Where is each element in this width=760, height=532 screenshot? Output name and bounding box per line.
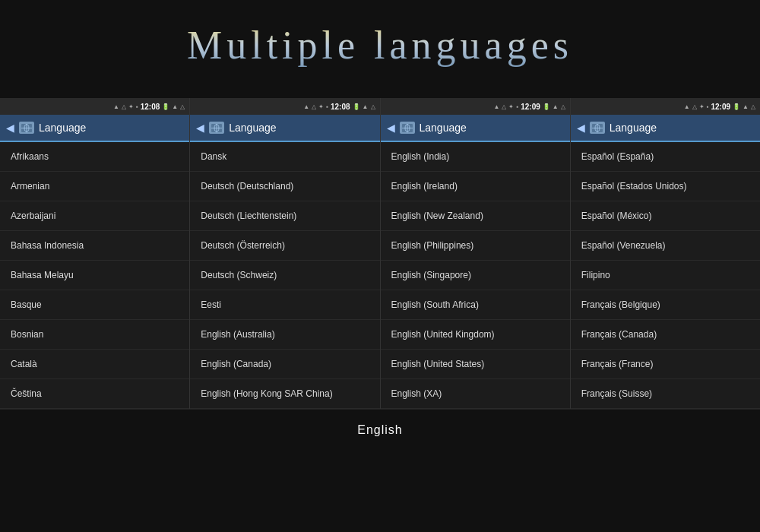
wifi-icon: ✦ bbox=[699, 103, 705, 110]
signal2-icon: ▲ bbox=[172, 103, 178, 110]
back-arrow-icon[interactable]: ◀ bbox=[6, 122, 14, 134]
app-header: ◀ Language bbox=[381, 115, 570, 142]
language-list: Español (España)Español (Estados Unidos)… bbox=[571, 142, 760, 409]
signal-icon: △ bbox=[502, 103, 506, 110]
battery-status-icon: 🔋 bbox=[543, 103, 550, 110]
list-item[interactable]: Čeština bbox=[0, 379, 189, 409]
list-item[interactable]: English (Philippines) bbox=[381, 231, 570, 261]
battery-status-icon: 🔋 bbox=[162, 103, 169, 110]
header-title: Language bbox=[610, 122, 657, 134]
language-list: DanskDeutsch (Deutschland)Deutsch (Liech… bbox=[190, 142, 379, 409]
screens-container: ▲ △ ✦ ▪ 12:08 🔋 ▲ △ ◀ Language Afrikaans… bbox=[0, 98, 760, 409]
globe-svg bbox=[592, 124, 603, 132]
app-header: ◀ Language bbox=[571, 115, 760, 142]
phone-screen-3: ▲ △ ✦ ▪ 12:09 🔋 ▲ △ ◀ Language English (… bbox=[381, 98, 571, 409]
list-item[interactable]: Deutsch (Österreich) bbox=[190, 231, 379, 261]
phone-screen-4: ▲ △ ✦ ▪ 12:09 🔋 ▲ △ ◀ Language Español (… bbox=[571, 98, 760, 409]
list-item[interactable]: Azerbaijani bbox=[0, 201, 189, 231]
language-list: AfrikaansArmenianAzerbaijaniBahasa Indon… bbox=[0, 142, 189, 409]
wifi2-icon: △ bbox=[180, 103, 185, 110]
app-header: ◀ Language bbox=[190, 115, 379, 142]
wifi-icon: ✦ bbox=[508, 103, 514, 110]
language-icon bbox=[400, 122, 415, 134]
wifi-icon: ✦ bbox=[318, 103, 324, 110]
back-arrow-icon[interactable]: ◀ bbox=[387, 122, 395, 134]
language-icon bbox=[209, 122, 224, 134]
notification-icon: ▪ bbox=[136, 103, 138, 110]
notification-icon: ▪ bbox=[707, 103, 709, 110]
battery-icon: ▲ bbox=[113, 103, 119, 110]
list-item[interactable]: English (Canada) bbox=[190, 350, 379, 379]
globe-svg bbox=[211, 124, 222, 132]
language-icon bbox=[19, 122, 34, 134]
title-area: Multiple languages bbox=[0, 0, 760, 98]
list-item[interactable]: Français (Suisse) bbox=[571, 379, 760, 409]
list-item[interactable]: English (Ireland) bbox=[381, 172, 570, 201]
signal2-icon: ▲ bbox=[743, 103, 749, 110]
signal-icon: △ bbox=[122, 103, 126, 110]
list-item[interactable]: Basque bbox=[0, 290, 189, 320]
back-arrow-icon[interactable]: ◀ bbox=[196, 122, 204, 134]
status-time: 12:08 bbox=[331, 103, 350, 111]
signal-icon: △ bbox=[692, 103, 697, 110]
list-item[interactable]: Armenian bbox=[0, 172, 189, 201]
list-item[interactable]: English (India) bbox=[381, 142, 570, 172]
status-time: 12:09 bbox=[521, 103, 540, 111]
wifi2-icon: △ bbox=[561, 103, 565, 110]
list-item[interactable]: English (United States) bbox=[381, 350, 570, 379]
list-item[interactable]: Deutsch (Deutschland) bbox=[190, 172, 379, 201]
battery-icon: ▲ bbox=[493, 103, 499, 110]
list-item[interactable]: English (XA) bbox=[381, 379, 570, 409]
selected-language: English bbox=[357, 423, 402, 437]
list-item[interactable]: Français (France) bbox=[571, 350, 760, 379]
list-item[interactable]: English (United Kingdom) bbox=[381, 320, 570, 350]
signal-icon: △ bbox=[312, 103, 316, 110]
globe-svg bbox=[402, 124, 413, 132]
list-item[interactable]: English (Singapore) bbox=[381, 261, 570, 290]
list-item[interactable]: Español (España) bbox=[571, 142, 760, 172]
list-item[interactable]: Français (Belgique) bbox=[571, 290, 760, 320]
phone-screen-2: ▲ △ ✦ ▪ 12:08 🔋 ▲ △ ◀ Language DanskDeut… bbox=[190, 98, 380, 409]
status-bar: ▲ △ ✦ ▪ 12:08 🔋 ▲ △ bbox=[0, 98, 189, 115]
wifi2-icon: △ bbox=[371, 103, 375, 110]
list-item[interactable]: Français (Canada) bbox=[571, 320, 760, 350]
list-item[interactable]: Bahasa Indonesia bbox=[0, 231, 189, 261]
signal2-icon: ▲ bbox=[363, 103, 369, 110]
battery-icon: ▲ bbox=[684, 103, 690, 110]
bottom-bar: English bbox=[0, 409, 760, 450]
back-arrow-icon[interactable]: ◀ bbox=[577, 122, 585, 134]
battery-status-icon: 🔋 bbox=[733, 103, 740, 110]
page-title: Multiple languages bbox=[0, 23, 760, 68]
status-bar: ▲ △ ✦ ▪ 12:09 🔋 ▲ △ bbox=[571, 98, 760, 115]
status-bar: ▲ △ ✦ ▪ 12:09 🔋 ▲ △ bbox=[381, 98, 570, 115]
header-title: Language bbox=[420, 122, 467, 134]
wifi-icon: ✦ bbox=[128, 103, 134, 110]
list-item[interactable]: Bahasa Melayu bbox=[0, 261, 189, 290]
battery-icon: ▲ bbox=[303, 103, 309, 110]
globe-svg bbox=[21, 124, 32, 132]
list-item[interactable]: English (New Zealand) bbox=[381, 201, 570, 231]
list-item[interactable]: Español (México) bbox=[571, 201, 760, 231]
list-item[interactable]: English (South Africa) bbox=[381, 290, 570, 320]
phone-screen-1: ▲ △ ✦ ▪ 12:08 🔋 ▲ △ ◀ Language Afrikaans… bbox=[0, 98, 190, 409]
list-item[interactable]: Dansk bbox=[190, 142, 379, 172]
status-time: 12:09 bbox=[711, 103, 731, 111]
signal2-icon: ▲ bbox=[553, 103, 559, 110]
list-item[interactable]: Eesti bbox=[190, 290, 379, 320]
language-list: English (India)English (Ireland)English … bbox=[381, 142, 570, 409]
battery-status-icon: 🔋 bbox=[353, 103, 360, 110]
list-item[interactable]: Español (Venezuela) bbox=[571, 231, 760, 261]
list-item[interactable]: Català bbox=[0, 350, 189, 379]
list-item[interactable]: Afrikaans bbox=[0, 142, 189, 172]
status-time: 12:08 bbox=[141, 103, 160, 111]
notification-icon: ▪ bbox=[326, 103, 328, 110]
language-icon bbox=[590, 122, 605, 134]
list-item[interactable]: Bosnian bbox=[0, 320, 189, 350]
list-item[interactable]: Filipino bbox=[571, 261, 760, 290]
list-item[interactable]: Deutsch (Schweiz) bbox=[190, 261, 379, 290]
list-item[interactable]: English (Hong Kong SAR China) bbox=[190, 379, 379, 409]
list-item[interactable]: Español (Estados Unidos) bbox=[571, 172, 760, 201]
list-item[interactable]: Deutsch (Liechtenstein) bbox=[190, 201, 379, 231]
header-title: Language bbox=[229, 122, 276, 134]
list-item[interactable]: English (Australia) bbox=[190, 320, 379, 350]
